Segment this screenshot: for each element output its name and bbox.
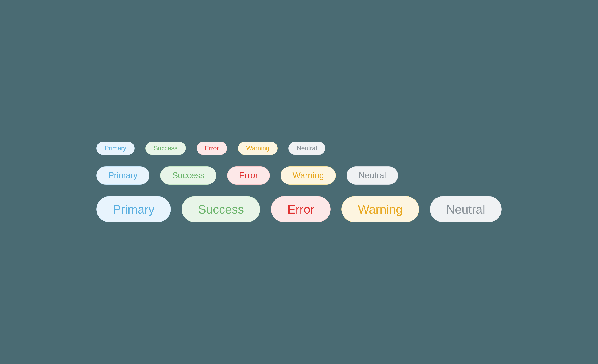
badge-neutral-small[interactable]: Neutral (289, 142, 325, 155)
badge-success-medium[interactable]: Success (160, 166, 216, 185)
badge-primary-small[interactable]: Primary (96, 142, 134, 155)
badges-container: Primary Success Error Warning Neutral Pr… (96, 142, 501, 222)
badge-success-small[interactable]: Success (145, 142, 186, 155)
badge-neutral-large[interactable]: Neutral (430, 196, 502, 222)
badge-neutral-medium[interactable]: Neutral (347, 166, 398, 185)
badge-warning-medium[interactable]: Warning (281, 166, 336, 185)
badge-success-large[interactable]: Success (182, 196, 260, 222)
badge-warning-large[interactable]: Warning (341, 196, 419, 222)
badge-error-large[interactable]: Error (271, 196, 331, 222)
badge-error-medium[interactable]: Error (227, 166, 270, 185)
badge-row-large: Primary Success Error Warning Neutral (96, 196, 501, 222)
badge-row-medium: Primary Success Error Warning Neutral (96, 166, 398, 185)
badge-row-small: Primary Success Error Warning Neutral (96, 142, 325, 155)
badge-primary-large[interactable]: Primary (96, 196, 171, 222)
badge-error-small[interactable]: Error (197, 142, 227, 155)
badge-primary-medium[interactable]: Primary (96, 166, 150, 185)
badge-warning-small[interactable]: Warning (238, 142, 278, 155)
